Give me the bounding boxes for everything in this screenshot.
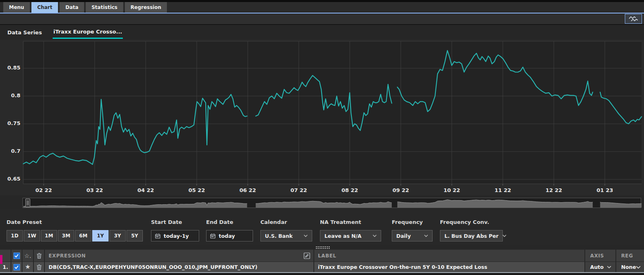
frequency-select[interactable]: Daily xyxy=(392,230,433,241)
range-slider-handle[interactable] xyxy=(25,199,30,207)
axis-select[interactable]: Auto xyxy=(590,264,615,270)
reg-cell: None xyxy=(616,262,644,272)
x-tick-label: 04 22 xyxy=(133,187,158,193)
end-date-value: today xyxy=(219,233,235,239)
preset-1y-button[interactable]: 1Y xyxy=(92,230,109,241)
calendar-label: Calendar xyxy=(260,219,287,225)
row-number: 1. xyxy=(3,264,8,270)
label-header-cell: LABEL xyxy=(314,250,585,262)
expression-header-cell: EXPRESSION xyxy=(45,250,314,262)
expression-value: DB(CDS,TRAC-X,EUROPEHYUNF05ONRUN_OOO_010… xyxy=(49,264,258,270)
tab-statistics[interactable]: Statistics xyxy=(86,2,123,13)
frequency-conv-label: Frequency Conv. xyxy=(440,219,489,225)
frequency-conv-value: L. Bus Day Abs Per xyxy=(444,233,498,239)
na-treatment-label: NA Treatment xyxy=(320,219,361,225)
na-treatment-select[interactable]: Leave as N/A xyxy=(320,230,381,241)
x-tick-label: 08 22 xyxy=(338,187,362,193)
chart-options-button[interactable] xyxy=(625,14,642,24)
start-date-label: Start Date xyxy=(151,219,182,225)
calendar-icon xyxy=(210,233,215,239)
y-tick-label: 0.7 xyxy=(0,148,20,154)
tab-bar: MenuChartDataStatisticsRegression xyxy=(0,2,644,13)
multi-line-chart-icon xyxy=(628,16,638,22)
preset-1w-button[interactable]: 1W xyxy=(24,230,40,241)
tab-chart[interactable]: Chart xyxy=(31,2,58,13)
edit-expression-icon[interactable] xyxy=(304,253,310,259)
x-tick-label: 02 22 xyxy=(31,187,56,193)
y-tick-label: 0.85 xyxy=(0,65,20,71)
chevron-down-icon xyxy=(424,235,428,237)
row-star-cell: ★ xyxy=(22,262,34,272)
y-tick-label: 0.8 xyxy=(0,92,20,98)
expression-header: EXPRESSION xyxy=(49,253,86,259)
reg-select[interactable]: None xyxy=(621,264,644,270)
chart-toolbar xyxy=(0,13,644,25)
row-checkbox[interactable] xyxy=(13,264,20,271)
tab-regression[interactable]: Regression xyxy=(125,2,167,13)
frequency-conv-select[interactable]: L. Bus Day Abs Per xyxy=(440,230,503,241)
chevron-down-icon xyxy=(373,235,377,237)
data-series-bar: Data Series iTraxx Europe Crosso... xyxy=(0,25,644,40)
trash-icon[interactable] xyxy=(37,264,42,270)
date-preset-label: Date Preset xyxy=(7,219,42,225)
preset-5y-button[interactable]: 5Y xyxy=(127,230,143,241)
chevron-down-icon xyxy=(304,235,308,237)
select-all-cell xyxy=(11,250,22,262)
end-date-label: End Date xyxy=(206,219,233,225)
tab-menu[interactable]: Menu xyxy=(3,2,30,13)
expression-table: ☆. EXPRESSION LABEL AXIS REG 1. xyxy=(0,250,644,272)
expression-cell[interactable]: DB(CDS,TRAC-X,EUROPEHYUNF05ONRUN_OOO_010… xyxy=(45,262,314,272)
star-filled-icon[interactable]: ★ xyxy=(25,264,30,270)
na-treatment-value: Leave as N/A xyxy=(324,233,369,239)
x-tick-label: 11 22 xyxy=(491,187,515,193)
calendar-select[interactable]: U.S. Bank xyxy=(260,230,312,241)
table-header-row: ☆. EXPRESSION LABEL AXIS REG xyxy=(0,250,644,262)
data-series-label: Data Series xyxy=(7,29,42,36)
x-tick-label: 06 22 xyxy=(235,187,260,193)
end-date-input[interactable]: today xyxy=(206,230,253,241)
x-tick-label: 10 22 xyxy=(440,187,464,193)
date-preset-buttons: 1D1W1M3M6M1Y3Y5Y xyxy=(7,230,144,241)
line-chart[interactable]: 0.850.80.750.70.65 02 2203 2204 2205 220… xyxy=(0,40,644,195)
chevron-down-icon xyxy=(636,266,641,269)
date-controls-panel: Date Preset 1D1W1M3M6M1Y3Y5Y Start Date … xyxy=(0,209,644,245)
label-cell[interactable]: iTraxx Europe Crossover On-the-run 5Y 0-… xyxy=(314,262,585,272)
splitter-handle[interactable] xyxy=(315,246,330,249)
select-all-checkbox[interactable] xyxy=(13,253,20,259)
x-tick-label: 07 22 xyxy=(286,187,311,193)
preset-3m-button[interactable]: 3M xyxy=(58,230,74,241)
calendar-value: U.S. Bank xyxy=(265,233,300,239)
start-date-input[interactable]: today-1y xyxy=(151,230,199,241)
chevron-down-icon xyxy=(607,266,611,268)
app-window: { "tabs": { "items": [ {"label":"Menu","… xyxy=(0,0,644,275)
start-date-value: today-1y xyxy=(164,233,189,239)
range-overview[interactable] xyxy=(0,197,644,209)
y-tick-label: 0.75 xyxy=(0,120,20,126)
chart-canvas[interactable] xyxy=(0,40,644,186)
series-tab-itraxx[interactable]: iTraxx Europe Crosso... xyxy=(53,26,123,39)
y-tick-label: 0.65 xyxy=(0,176,20,182)
x-tick-label: 12 22 xyxy=(542,187,566,193)
trash-icon[interactable] xyxy=(37,253,42,259)
x-tick-label: 01 23 xyxy=(593,187,617,193)
table-row: 1. ★ DB(CDS,TRAC-X,EUROPEHYUNF05ONRUN_OO… xyxy=(0,262,644,272)
reg-value: None xyxy=(621,264,636,270)
preset-6m-button[interactable]: 6M xyxy=(75,230,91,241)
star-header-cell: ☆. xyxy=(22,250,34,262)
axis-header-cell: AXIS xyxy=(585,250,616,262)
star-outline-icon[interactable]: ☆. xyxy=(24,253,31,259)
row-highlight-marker xyxy=(0,255,2,264)
tab-data[interactable]: Data xyxy=(60,2,84,13)
row-select-cell xyxy=(11,262,22,272)
x-tick-label: 05 22 xyxy=(184,187,209,193)
x-tick-label: 09 22 xyxy=(389,187,413,193)
calendar-icon xyxy=(155,233,160,239)
label-header: LABEL xyxy=(318,253,336,259)
preset-3y-button[interactable]: 3Y xyxy=(109,230,126,241)
axis-header: AXIS xyxy=(590,253,604,259)
x-tick-label: 03 22 xyxy=(82,187,107,193)
preset-1m-button[interactable]: 1M xyxy=(41,230,57,241)
chevron-down-icon xyxy=(502,235,506,237)
preset-1d-button[interactable]: 1D xyxy=(7,230,23,241)
axis-cell: Auto xyxy=(585,262,616,272)
